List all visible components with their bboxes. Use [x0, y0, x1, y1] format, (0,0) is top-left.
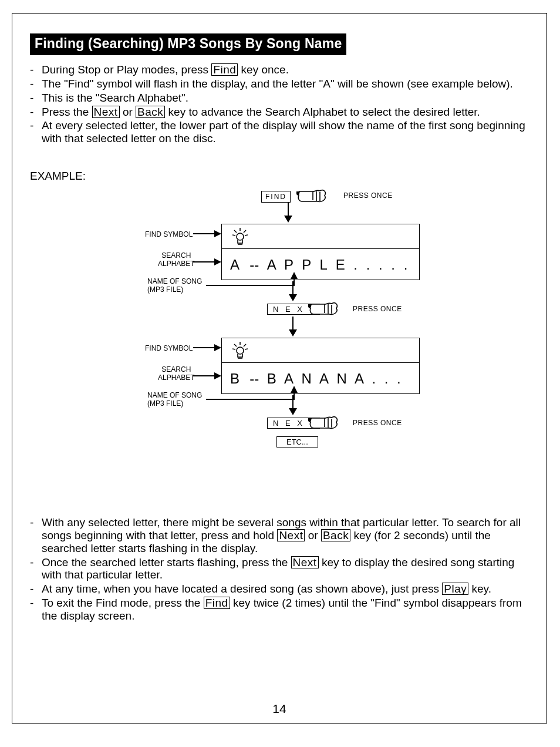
song-name: B A N A N A . . . [267, 371, 403, 387]
name-of-song-label: NAME OF SONG (MP3 FILE) [147, 392, 202, 408]
find-symbol-icon [230, 227, 250, 247]
list-item: - At any time, when you have located a d… [30, 583, 529, 595]
section-title: Finding (Searching) MP3 Songs By Song Na… [30, 33, 346, 55]
key-label: Play [442, 583, 468, 595]
svg-marker-3 [214, 230, 221, 237]
list-item: - With any selected letter, there might … [30, 516, 529, 555]
list-item: - Once the searched letter starts flashi… [30, 556, 529, 582]
find-button: FIND [261, 191, 291, 203]
song-name: A P P L E . . . . . [267, 257, 410, 273]
key-label: Find [211, 63, 238, 76]
down-arrow-icon [287, 395, 299, 415]
down-arrow-icon [282, 203, 294, 223]
svg-marker-12 [214, 344, 221, 351]
find-symbol-label: FIND SYMBOL [145, 345, 193, 353]
key-label: Find [204, 597, 230, 609]
find-symbol-icon [230, 341, 250, 361]
example-diagram: FIND PRESS ONCE A -- A P P L E . . . . .… [118, 183, 529, 494]
svg-marker-8 [289, 294, 297, 301]
search-alphabet-label: SEARCH ALPHABET [158, 366, 195, 382]
page-number: 14 [12, 702, 546, 716]
key-label: Next [277, 529, 305, 541]
page-frame: Finding (Searching) MP3 Songs By Song Na… [12, 13, 547, 724]
press-once-label: PRESS ONCE [343, 191, 393, 200]
press-once-label: PRESS ONCE [353, 305, 402, 313]
svg-marker-17 [289, 408, 297, 415]
pointing-hand-icon [295, 186, 336, 204]
list-item: - Press the Next or Back key to advance … [30, 106, 529, 119]
key-label: Back [136, 106, 165, 118]
search-letter: A [230, 257, 242, 273]
list-item: - To exit the Find mode, press the Find … [30, 597, 529, 622]
etc-box: ETC... [276, 436, 318, 447]
find-symbol-label: FIND SYMBOL [145, 231, 193, 239]
right-arrow-icon [193, 344, 221, 352]
right-arrow-icon [193, 258, 221, 266]
down-arrow-icon [287, 317, 299, 337]
svg-marker-10 [289, 329, 297, 337]
list-item: - At every selected letter, the lower pa… [30, 119, 529, 145]
search-letter: B [230, 371, 242, 387]
search-alphabet-label: SEARCH ALPHABET [158, 252, 195, 268]
example-label: EXAMPLE: [30, 170, 529, 183]
display-box-b: B -- B A N A N A . . . [221, 338, 420, 394]
pointing-hand-icon [307, 299, 348, 317]
svg-marker-5 [214, 258, 221, 265]
key-label: Next [291, 556, 319, 568]
name-of-song-label: NAME OF SONG (MP3 FILE) [147, 278, 202, 294]
key-label: Next [92, 106, 120, 118]
right-arrow-icon [193, 372, 221, 380]
list-item: - The "Find" symbol will flash in the di… [30, 78, 529, 90]
right-arrow-icon [193, 230, 221, 238]
list-item: - During Stop or Play modes, press Find … [30, 63, 529, 76]
press-once-label: PRESS ONCE [353, 419, 402, 427]
down-arrow-icon [287, 281, 299, 301]
svg-marker-14 [214, 372, 221, 379]
top-bullet-list: - During Stop or Play modes, press Find … [30, 63, 529, 145]
list-item: - This is the "Search Alphabet". [30, 92, 529, 105]
key-label: Back [321, 529, 350, 541]
pointing-hand-icon [307, 413, 348, 430]
svg-marker-1 [284, 216, 292, 223]
display-box-a: A -- A P P L E . . . . . [221, 224, 420, 280]
bottom-bullet-list: - With any selected letter, there might … [30, 516, 529, 622]
